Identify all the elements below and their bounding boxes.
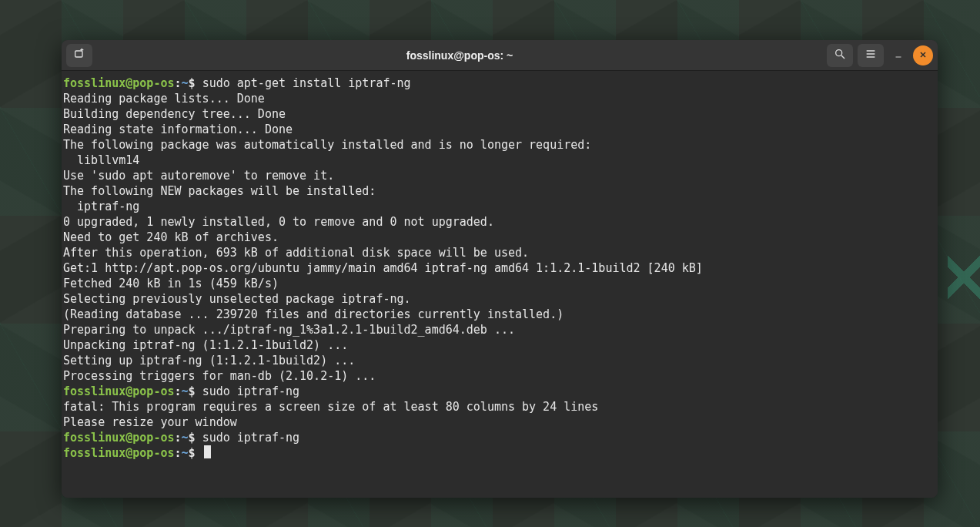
new-tab-icon <box>73 48 85 63</box>
prompt-symbol: $ <box>189 384 196 398</box>
command-text <box>196 431 202 445</box>
output-line: Building dependency tree... Done <box>63 106 927 122</box>
svg-point-3 <box>836 49 842 55</box>
output-line: fatal: This program requires a screen si… <box>63 399 927 415</box>
output-line: Need to get 240 kB of archives. <box>63 230 927 245</box>
output-line: Preparing to unpack .../iptraf-ng_1%3a1.… <box>63 322 927 337</box>
prompt-symbol: $ <box>189 76 196 90</box>
minimize-icon <box>894 48 903 62</box>
prompt-cwd: ~ <box>182 76 189 90</box>
close-icon <box>918 48 928 62</box>
close-button[interactable] <box>913 45 933 65</box>
hamburger-menu-icon <box>865 48 877 63</box>
prompt-cwd: ~ <box>182 431 189 445</box>
output-line: The following NEW packages will be insta… <box>63 183 927 199</box>
output-line: libllvm14 <box>63 153 927 168</box>
search-icon <box>834 48 846 63</box>
terminal-scroll-region[interactable]: fosslinux@pop-os:~$ sudo apt-get install… <box>62 71 928 498</box>
prompt-line: fosslinux@pop-os:~$ sudo iptraf-ng <box>63 430 927 445</box>
window-titlebar[interactable]: fosslinux@pop-os: ~ <box>62 40 938 71</box>
prompt-user-host: fosslinux@pop-os <box>63 446 175 460</box>
titlebar-right-group <box>827 44 933 67</box>
hamburger-menu-button[interactable] <box>858 44 884 67</box>
terminal-window: fosslinux@pop-os: ~ <box>62 40 938 498</box>
output-line: Use 'sudo apt autoremove' to remove it. <box>63 168 927 183</box>
output-line: Selecting previously unselected package … <box>63 291 927 307</box>
search-button[interactable] <box>827 44 853 67</box>
prompt-line: fosslinux@pop-os:~$ <box>63 445 927 461</box>
prompt-sep: : <box>175 384 182 398</box>
minimize-button[interactable] <box>888 45 908 65</box>
output-line: Processing triggers for man-db (2.10.2-1… <box>63 368 927 384</box>
window-title: fosslinux@pop-os: ~ <box>97 49 822 62</box>
command-text <box>196 384 202 398</box>
output-line: (Reading database ... 239720 files and d… <box>63 307 927 322</box>
command-text <box>196 76 202 90</box>
prompt-user-host: fosslinux@pop-os <box>63 384 175 398</box>
prompt-symbol: $ <box>189 431 196 445</box>
svg-line-4 <box>841 55 845 59</box>
output-line: Unpacking iptraf-ng (1:1.2.1-1build2) ..… <box>63 337 927 353</box>
prompt-cwd: ~ <box>182 446 189 460</box>
output-line: Reading package lists... Done <box>63 91 927 106</box>
command-text: sudo iptraf-ng <box>202 384 299 398</box>
output-line: Fetched 240 kB in 1s (459 kB/s) <box>63 276 927 291</box>
output-line: The following package was automatically … <box>63 137 927 153</box>
command-text: sudo iptraf-ng <box>202 431 299 445</box>
prompt-line: fosslinux@pop-os:~$ sudo apt-get install… <box>63 76 927 91</box>
output-line: Reading state information... Done <box>63 122 927 137</box>
new-tab-button[interactable] <box>66 44 92 67</box>
output-line: iptraf-ng <box>63 199 927 214</box>
prompt-sep: : <box>175 76 182 90</box>
svg-rect-0 <box>75 51 82 57</box>
prompt-sep: : <box>175 431 182 445</box>
output-line: Please resize your window <box>63 415 927 430</box>
output-line: Setting up iptraf-ng (1:1.2.1-1build2) .… <box>63 353 927 368</box>
output-line: 0 upgraded, 1 newly installed, 0 to remo… <box>63 214 927 230</box>
output-line: Get:1 http://apt.pop-os.org/ubuntu jammy… <box>63 260 927 276</box>
prompt-line: fosslinux@pop-os:~$ sudo iptraf-ng <box>63 384 927 399</box>
output-line: After this operation, 693 kB of addition… <box>63 245 927 260</box>
terminal-body[interactable]: fosslinux@pop-os:~$ sudo apt-get install… <box>62 71 938 498</box>
terminal-cursor <box>204 445 211 458</box>
prompt-cwd: ~ <box>182 384 189 398</box>
wallpaper-accent <box>948 154 980 401</box>
prompt-sep: : <box>175 446 182 460</box>
prompt-symbol: $ <box>189 446 196 460</box>
command-text: sudo apt-get install iptraf-ng <box>202 76 411 90</box>
prompt-user-host: fosslinux@pop-os <box>63 431 175 445</box>
prompt-user-host: fosslinux@pop-os <box>63 76 175 90</box>
